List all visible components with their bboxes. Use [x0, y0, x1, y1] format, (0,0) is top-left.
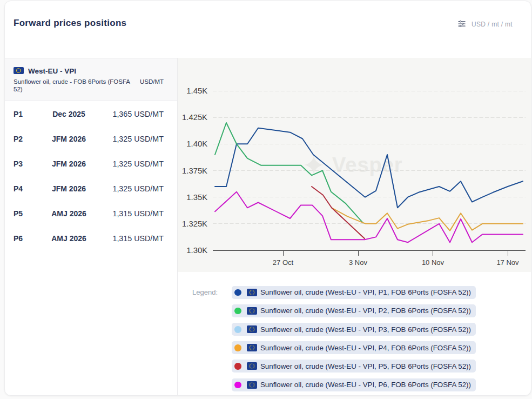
svg-text:1.325K: 1.325K	[182, 220, 207, 228]
svg-text:1.425K: 1.425K	[182, 113, 207, 122]
svg-text:3 Nov: 3 Nov	[349, 258, 367, 267]
svg-text:27 Oct: 27 Oct	[273, 258, 294, 267]
svg-text:10 Nov: 10 Nov	[422, 258, 445, 267]
svg-text:Vesper: Vesper	[332, 154, 403, 176]
svg-text:1.40K: 1.40K	[186, 139, 207, 148]
svg-text:1.375K: 1.375K	[182, 167, 207, 175]
svg-text:1.45K: 1.45K	[186, 87, 207, 95]
svg-text:1.30K: 1.30K	[186, 246, 207, 255]
svg-text:1.35K: 1.35K	[186, 193, 207, 202]
svg-text:17 Nov: 17 Nov	[496, 258, 519, 267]
